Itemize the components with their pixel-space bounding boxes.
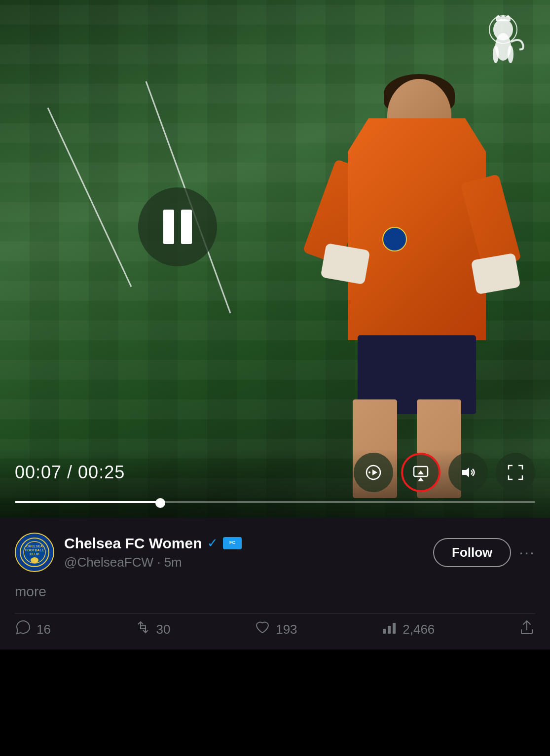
account-name[interactable]: Chelsea FC Women [64,535,202,552]
player-jersey [348,118,486,340]
views-icon [381,619,398,640]
svg-text:FC: FC [229,540,235,545]
svg-text:CHELSEA: CHELSEA [26,544,42,548]
jersey-badge [382,227,407,252]
share-icon [518,619,535,640]
airplay-button[interactable] [401,453,440,492]
follow-button[interactable]: Follow [433,538,511,567]
control-buttons [354,453,535,492]
progress-thumb [155,498,165,508]
progress-bar[interactable] [0,500,550,504]
svg-point-11 [368,471,370,473]
svg-marker-15 [462,468,469,477]
progress-track [15,501,535,503]
svg-marker-10 [372,469,377,475]
tweet-more-text[interactable]: more [15,584,535,600]
svg-rect-26 [393,623,396,634]
tweet-actions: Follow ··· [433,538,535,567]
playback-speed-button[interactable] [354,453,393,492]
time-display: 00:07 / 00:25 [15,462,354,483]
svg-text:CLUB: CLUB [30,552,39,556]
views-item[interactable]: 2,466 [381,619,435,640]
svg-text:FOOTBALL: FOOTBALL [25,548,44,552]
svg-marker-14 [418,470,424,474]
engagement-row: 16 30 193 [15,613,535,640]
share-item[interactable] [518,619,535,640]
svg-rect-24 [383,629,386,634]
retweets-item[interactable]: 30 [135,619,171,640]
heart-icon [254,619,271,640]
tweet-header: CHELSEA FOOTBALL CLUB Chelsea FC Women ✓… [15,533,535,572]
more-options-button[interactable]: ··· [519,543,535,562]
pause-bar-left [163,210,174,244]
comments-count: 16 [37,622,51,637]
comments-item[interactable]: 16 [15,619,51,640]
pause-icon [163,210,192,244]
likes-count: 193 [276,622,297,637]
video-controls: 00:07 / 00:25 [0,449,550,518]
account-name-row: Chelsea FC Women ✓ FC [64,535,423,552]
pause-bar-right [181,210,192,244]
progress-fill [15,501,160,503]
player-glove-right [471,253,521,295]
retweets-count: 30 [156,622,171,637]
svg-marker-13 [418,477,424,481]
controls-row: 00:07 / 00:25 [0,453,550,492]
retweet-icon [135,619,151,640]
avatar[interactable]: CHELSEA FOOTBALL CLUB [15,533,54,572]
volume-button[interactable] [448,453,488,492]
player-figure [318,39,525,449]
account-handle: @ChelseaFCW · 5m [64,555,182,570]
svg-point-21 [31,557,38,563]
svg-rect-25 [388,626,391,634]
pause-button[interactable] [138,187,217,266]
views-count: 2,466 [403,622,435,637]
player-glove-left [321,243,370,285]
fullscreen-button[interactable] [496,453,535,492]
account-info: Chelsea FC Women ✓ FC @ChelseaFCW · 5m [64,535,423,570]
verified-icon: ✓ [207,536,218,551]
affiliate-badge: FC [223,537,242,549]
comment-icon [15,619,32,640]
svg-rect-5 [496,17,511,21]
video-player[interactable]: 00:07 / 00:25 [0,0,550,518]
tweet-section: CHELSEA FOOTBALL CLUB Chelsea FC Women ✓… [0,518,550,649]
likes-item[interactable]: 193 [254,619,297,640]
avatar-image: CHELSEA FOOTBALL CLUB [18,536,51,569]
